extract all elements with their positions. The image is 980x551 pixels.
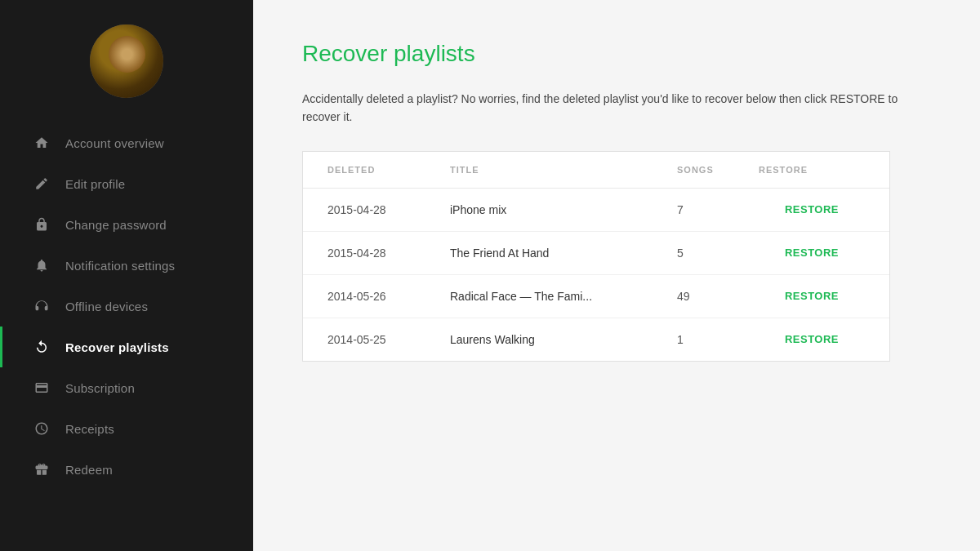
- lock-icon: [33, 216, 51, 233]
- cell-deleted-date: 2015-04-28: [327, 247, 450, 260]
- page-title: Recover playlists: [302, 41, 931, 67]
- sidebar-item-subscription[interactable]: Subscription: [0, 367, 253, 408]
- table-header: DELETED TITLE SONGS RESTORE: [303, 152, 889, 189]
- edit-icon: [33, 175, 51, 193]
- nav-list: Account overview Edit profile Change pas…: [0, 122, 253, 490]
- playlist-table: DELETED TITLE SONGS RESTORE 2015-04-28 i…: [302, 151, 890, 362]
- cell-title: Laurens Walking: [450, 333, 677, 346]
- sidebar-item-change-password[interactable]: Change password: [0, 204, 253, 245]
- main-content: Recover playlists Accidentally deleted a…: [253, 0, 980, 551]
- sidebar-item-label: Edit profile: [65, 177, 125, 191]
- sidebar-item-recover-playlists[interactable]: Recover playlists: [0, 327, 253, 367]
- cell-deleted-date: 2014-05-25: [327, 333, 450, 346]
- col-header-deleted: DELETED: [327, 165, 450, 175]
- table-row: 2015-04-28 The Friend At Hand 5 RESTORE: [303, 232, 889, 275]
- cell-deleted-date: 2014-05-26: [327, 290, 450, 303]
- table-row: 2014-05-25 Laurens Walking 1 RESTORE: [303, 318, 889, 361]
- sidebar-item-redeem[interactable]: Redeem: [0, 449, 253, 490]
- sidebar-item-label: Change password: [65, 218, 167, 232]
- col-header-title: TITLE: [450, 165, 677, 175]
- sidebar-item-notification-settings[interactable]: Notification settings: [0, 245, 253, 286]
- sidebar-item-label: Redeem: [65, 463, 113, 477]
- description-text: Accidentally deleted a playlist? No worr…: [302, 90, 906, 127]
- cell-songs-count: 49: [677, 290, 759, 303]
- table-row: 2014-05-26 Radical Face — The Fami... 49…: [303, 275, 889, 318]
- sidebar-item-label: Offline devices: [65, 300, 148, 313]
- sidebar-item-offline-devices[interactable]: Offline devices: [0, 286, 253, 327]
- cell-title: Radical Face — The Fami...: [450, 290, 677, 303]
- recover-icon: [33, 338, 51, 356]
- cell-songs-count: 7: [677, 203, 759, 216]
- card-icon: [33, 379, 51, 397]
- clock-icon: [33, 420, 51, 438]
- restore-button[interactable]: RESTORE: [759, 203, 865, 216]
- sidebar-item-label: Subscription: [65, 381, 135, 395]
- sidebar-item-label: Receipts: [65, 422, 114, 436]
- home-icon: [33, 134, 51, 152]
- sidebar-item-account-overview[interactable]: Account overview: [0, 122, 253, 163]
- sidebar-item-edit-profile[interactable]: Edit profile: [0, 163, 253, 204]
- col-header-restore: RESTORE: [759, 165, 865, 175]
- col-header-songs: SONGS: [677, 165, 759, 175]
- headphones-icon: [33, 297, 51, 315]
- sidebar-item-label: Notification settings: [65, 259, 175, 273]
- cell-title: The Friend At Hand: [450, 247, 677, 260]
- restore-button[interactable]: RESTORE: [759, 290, 865, 302]
- cell-deleted-date: 2015-04-28: [327, 203, 450, 216]
- cell-songs-count: 5: [677, 247, 759, 260]
- cell-songs-count: 1: [677, 333, 759, 346]
- restore-button[interactable]: RESTORE: [759, 333, 865, 345]
- sidebar-item-label: Recover playlists: [65, 340, 169, 354]
- sidebar: Account overview Edit profile Change pas…: [0, 0, 253, 551]
- sidebar-item-label: Account overview: [65, 136, 164, 150]
- avatar: [90, 24, 163, 98]
- cell-title: iPhone mix: [450, 203, 677, 216]
- restore-button[interactable]: RESTORE: [759, 247, 865, 259]
- bell-icon: [33, 256, 51, 274]
- gift-icon: [33, 460, 51, 478]
- sidebar-item-receipts[interactable]: Receipts: [0, 408, 253, 449]
- table-row: 2015-04-28 iPhone mix 7 RESTORE: [303, 189, 889, 232]
